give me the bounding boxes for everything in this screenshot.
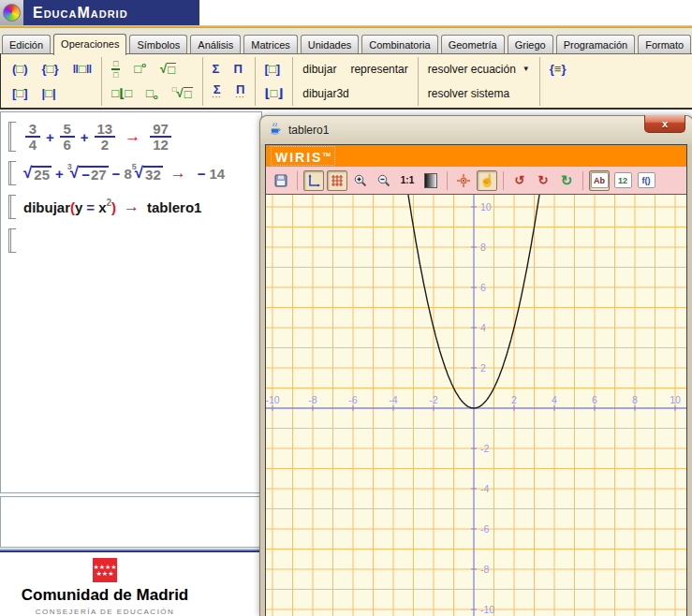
zoom-in-icon: [353, 173, 368, 188]
zoom-out-button[interactable]: [374, 170, 394, 191]
absolute-value-button[interactable]: |□|: [41, 87, 57, 99]
refresh-button[interactable]: ↻: [556, 170, 577, 191]
row-bracket: [8, 161, 16, 185]
pointer-hand-icon: ☝: [479, 174, 494, 186]
tab-matrices[interactable]: Matrices: [243, 35, 298, 53]
tab-programacion[interactable]: Programación: [556, 35, 635, 53]
contrast-button[interactable]: [420, 170, 441, 191]
worksheet-panel[interactable]: 34+56+132→9712√25+3√−27−85√32→−14dibujar…: [0, 111, 262, 493]
expression-row[interactable]: √25+3√−27−85√32→−14: [8, 161, 258, 185]
nth-root-button[interactable]: □√□: [171, 87, 194, 100]
svg-text:4: 4: [552, 394, 557, 405]
zoom-out-icon: [376, 173, 391, 188]
square-brackets-button[interactable]: [□]: [11, 87, 29, 99]
tab-edicion[interactable]: Edición: [2, 35, 51, 53]
svg-text:2: 2: [511, 394, 517, 405]
tab-operaciones[interactable]: Operaciones: [53, 34, 126, 55]
parentheses-button[interactable]: (□): [11, 63, 29, 75]
toolbar-group: ΣΠΣ···Π···: [203, 57, 256, 106]
svg-text:-6: -6: [480, 523, 489, 535]
brand-text: EducaMadrid: [33, 5, 128, 22]
zoom-in-button[interactable]: [350, 170, 371, 191]
representar-button[interactable]: representar: [349, 64, 408, 75]
toolbar-group: [□]⌊□⌋: [256, 57, 294, 106]
dibujar3d-button[interactable]: dibujar3d: [302, 88, 349, 99]
labels-text-button[interactable]: Ab: [589, 170, 610, 191]
quotient-button[interactable]: □⌊□: [110, 87, 133, 99]
save-button[interactable]: [271, 170, 291, 191]
tab-formato[interactable]: Formato: [638, 35, 691, 53]
subscript-button[interactable]: □o: [145, 87, 159, 99]
labels-functions-icon: f(): [638, 172, 655, 188]
plot-area[interactable]: -10-8-6-4-2246810-10-8-6-4-2246810: [266, 195, 686, 616]
rotate-left-button[interactable]: ↺: [509, 170, 530, 191]
plot-canvas[interactable]: -10-8-6-4-2246810-10-8-6-4-2246810: [266, 195, 686, 616]
grid-icon: [330, 173, 345, 188]
rotate-right-button[interactable]: ↻: [533, 170, 553, 191]
center-view-button[interactable]: [453, 170, 474, 191]
row-bracket: [8, 195, 16, 219]
contrast-icon: [424, 173, 437, 188]
tab-unidades[interactable]: Unidades: [301, 35, 359, 53]
svg-text:8: 8: [632, 394, 638, 405]
close-button[interactable]: x: [644, 115, 685, 133]
svg-text:-4: -4: [480, 483, 489, 494]
window-title: tablero1: [288, 124, 329, 137]
expression-row[interactable]: dibujar(y=x2)→tablero1: [8, 195, 258, 219]
resolver-ecuacion-button[interactable]: resolver ecuación▼: [427, 64, 531, 75]
labels-functions-button[interactable]: f(): [636, 170, 656, 191]
floor-button[interactable]: ⌊□⌋: [264, 87, 285, 99]
svg-text:10: 10: [480, 201, 492, 213]
power-button[interactable]: □o: [133, 63, 147, 75]
rotate-left-icon: ↺: [515, 174, 525, 186]
row-bracket: [8, 122, 16, 152]
piecewise-button[interactable]: {≡}: [549, 63, 567, 75]
tab-simbolos[interactable]: Símbolos: [129, 35, 187, 53]
status-panel: [0, 496, 262, 548]
square-root-button[interactable]: √□: [159, 63, 177, 76]
svg-text:-4: -4: [389, 394, 397, 405]
expression-row[interactable]: 34+56+132→9712: [8, 122, 258, 152]
footer-sub-text: CONSEJERÍA DE EDUCACIÓN: [2, 608, 208, 616]
svg-text:-2: -2: [429, 394, 437, 405]
axes-button[interactable]: [303, 170, 324, 191]
toolbar-group: dibujarrepresentardibujar3d: [293, 57, 418, 106]
axes-icon: [306, 173, 321, 188]
pointer-hand-button[interactable]: ☝: [477, 170, 497, 191]
tab-griego[interactable]: Griego: [508, 35, 553, 53]
list-button[interactable]: [□]: [264, 63, 282, 75]
toolbar-group: □□□o√□□⌊□□o□√□: [102, 57, 202, 106]
toolbar-separator: [503, 171, 504, 190]
grid-button[interactable]: [327, 170, 347, 191]
java-icon: [269, 122, 283, 139]
educamadrid-logo-icon: [3, 4, 21, 22]
braces-button[interactable]: {□}: [41, 63, 60, 75]
norm-button[interactable]: ‖□‖: [72, 63, 94, 75]
row-bracket: [8, 228, 16, 253]
tab-combinatoria[interactable]: Combinatoria: [361, 35, 437, 53]
dibujar-button[interactable]: dibujar: [302, 64, 337, 75]
window-content: WIRISTM 1:1☝↺↻↻Ab12f() -10-8-6-4-2246810…: [265, 144, 687, 616]
math-toolbar: (□){□}‖□‖[□]|□|□□□o√□□⌊□□o□√□ΣΠΣ···Π···[…: [0, 53, 692, 110]
product-limits-button[interactable]: Π···: [235, 85, 246, 101]
center-view-icon: [456, 173, 471, 188]
sum-button[interactable]: Σ: [212, 63, 221, 75]
brand-band: EducaMadrid: [23, 0, 199, 25]
one-to-one-button[interactable]: 1:1: [397, 170, 418, 191]
footer: ★★★★ ★★★ Comunidad de Madrid CONSEJERÍA …: [0, 554, 262, 616]
labels-numbers-button[interactable]: 12: [612, 170, 633, 191]
fraction-button[interactable]: □□: [110, 60, 121, 79]
comunidad-madrid-flag-icon: ★★★★ ★★★: [93, 558, 117, 582]
product-button[interactable]: Π: [232, 63, 243, 75]
svg-text:10: 10: [670, 394, 681, 405]
one-to-one-icon: 1:1: [401, 175, 414, 185]
save-icon: [273, 173, 288, 188]
window-titlebar[interactable]: tablero1 x: [260, 116, 692, 144]
close-icon: x: [662, 118, 668, 129]
expression-row[interactable]: [8, 228, 258, 253]
sum-limits-button[interactable]: Σ···: [212, 85, 223, 101]
tab-geometria[interactable]: Geometría: [441, 35, 505, 53]
resolver-sistema-button[interactable]: resolver sistema: [427, 88, 510, 99]
tab-analisis[interactable]: Análisis: [190, 35, 241, 53]
svg-text:2: 2: [480, 362, 486, 374]
